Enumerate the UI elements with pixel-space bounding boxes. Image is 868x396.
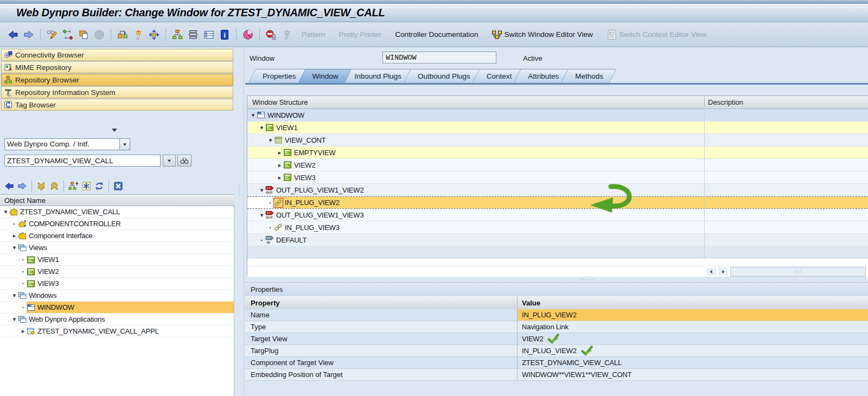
object-dropdown-button[interactable] <box>163 155 176 167</box>
object-tree-header: Object Name <box>0 194 234 206</box>
stack-icon[interactable] <box>187 28 200 41</box>
controller-documentation-button[interactable]: Controller Documentation <box>390 30 483 39</box>
hierarchy-up-icon[interactable] <box>67 180 79 192</box>
expander-open-icon[interactable] <box>258 212 265 219</box>
windows-folder-icon <box>18 291 27 300</box>
property-value-highlighted[interactable]: IN_PLUG_VIEW2 <box>517 309 868 321</box>
sidebar-item-repository-information-system[interactable]: Repository Information System <box>1 86 233 98</box>
collapse-all-icon[interactable] <box>35 180 47 192</box>
browser-toolbar <box>3 180 124 193</box>
table-view-icon[interactable] <box>202 28 215 41</box>
tree-row[interactable]: VIEW1 <box>0 254 234 266</box>
expander-closed-icon[interactable] <box>276 174 283 181</box>
close-browser-icon[interactable] <box>112 180 124 192</box>
tab-window[interactable]: Window <box>299 69 348 83</box>
expander-closed-icon[interactable] <box>11 232 18 239</box>
expander-open-icon[interactable] <box>11 292 18 299</box>
category-select[interactable]: Web Dynpro Comp. / Intf. <box>4 138 130 150</box>
property-row-name[interactable]: Name IN_PLUG_VIEW2 <box>245 309 868 321</box>
structure-row[interactable]: WINDWOW <box>247 109 868 122</box>
tab-inbound-plugs[interactable]: Inbound Plugs <box>342 69 411 83</box>
magic-wand-icon[interactable] <box>132 28 145 41</box>
expander-open-icon[interactable] <box>11 316 18 323</box>
structure-row[interactable]: VIEW_CONT <box>247 134 868 146</box>
property-row-target-view[interactable]: Target View VIEW2 <box>245 333 868 345</box>
property-row-type[interactable]: Type Navigation Link <box>245 321 868 333</box>
application-icon <box>27 327 35 336</box>
history-back-icon[interactable] <box>3 180 15 192</box>
structure-row[interactable]: OUT_PLUG_VIEW1_VIEW3 <box>247 209 868 221</box>
tree-row[interactable]: Web Dynpro Applications <box>0 314 234 325</box>
structure-row[interactable]: VIEW2 <box>247 159 868 171</box>
create-icon[interactable] <box>116 28 129 41</box>
scrollbar-thumb[interactable] <box>731 268 865 276</box>
expand-all-icon[interactable] <box>48 180 60 192</box>
panel-splitter[interactable] <box>244 47 244 396</box>
expander-open-icon[interactable] <box>267 137 274 144</box>
window-name-input[interactable] <box>382 52 496 63</box>
structure-row[interactable]: VIEW1 <box>247 122 868 134</box>
structure-row[interactable]: DEFAULT <box>247 234 868 246</box>
expander-open-icon[interactable] <box>258 124 265 131</box>
expander-closed-icon[interactable] <box>20 328 27 335</box>
tree-row[interactable]: ZTEST_DYNAMIC_VIEW_CALL_APPL <box>0 325 234 337</box>
scrollbar-track[interactable] <box>730 267 866 277</box>
copy-icon[interactable] <box>77 28 90 41</box>
sidebar-item-tag-browser[interactable]: Tag Browser <box>1 99 233 111</box>
expander-open-icon[interactable] <box>2 208 9 215</box>
forward-icon[interactable] <box>22 28 35 41</box>
tree-row[interactable]: COMPONENTCONTROLLER <box>0 218 234 230</box>
display-change-icon[interactable] <box>46 28 59 41</box>
refresh-status-icon[interactable] <box>61 28 74 41</box>
tree-row[interactable]: ZTEST_DYNAMIC_VIEW_CALL <box>0 206 234 218</box>
scroll-left-icon[interactable] <box>706 267 716 276</box>
structure-row[interactable]: EMPTYVIEW <box>247 146 868 159</box>
info-icon[interactable] <box>218 28 231 41</box>
scroll-right-icon[interactable] <box>718 267 728 276</box>
tree-row[interactable]: Views <box>0 242 234 254</box>
sidebar-item-repository-browser[interactable]: Repository Browser <box>1 74 233 86</box>
tree-row[interactable]: Component Interface <box>0 230 234 242</box>
tree-row-selected[interactable]: WINDWOW <box>0 302 234 314</box>
spiral-icon[interactable] <box>93 28 106 41</box>
tree-row[interactable]: VIEW2 <box>0 266 234 278</box>
favorites-icon[interactable] <box>80 180 92 192</box>
back-icon[interactable] <box>7 28 20 41</box>
structure-row[interactable]: OUT_PLUG_VIEW1_VIEW2 <box>247 184 868 196</box>
tab-methods[interactable]: Methods <box>562 69 613 83</box>
expander-closed-icon[interactable] <box>276 149 283 156</box>
sidebar-item-connectivity-browser[interactable]: Connectivity Browser <box>1 49 233 61</box>
tree-row[interactable]: Windows <box>0 290 234 302</box>
collapse-caret-icon[interactable] <box>112 129 117 132</box>
sidebar-item-mime-repository[interactable]: MIME Repository <box>1 61 233 73</box>
display-object-button[interactable] <box>177 155 192 167</box>
stop-check-icon[interactable] <box>265 28 278 41</box>
leaf-bullet-icon <box>20 303 27 311</box>
horizontal-scrollbar[interactable] <box>247 266 868 277</box>
connectivity-icon <box>4 50 12 59</box>
chevron-down-icon[interactable] <box>119 139 130 150</box>
tab-properties[interactable]: Properties <box>250 69 306 83</box>
hierarchy-icon[interactable] <box>171 28 184 41</box>
window-field-label: Window <box>250 54 275 62</box>
structure-row[interactable]: VIEW3 <box>247 171 868 184</box>
structure-row[interactable]: IN_PLUG_VIEW3 <box>247 221 868 234</box>
tree-row[interactable]: VIEW3 <box>0 278 234 290</box>
expander-open-icon[interactable] <box>11 244 18 251</box>
expander-closed-icon[interactable] <box>276 162 283 169</box>
tab-attributes[interactable]: Attributes <box>515 69 569 83</box>
history-forward-icon[interactable] <box>16 180 28 192</box>
switch-window-editor-view-button[interactable]: Switch Window Editor View <box>486 29 598 40</box>
property-row-embedding-position[interactable]: Embedding Position of Target WINDWOW**VI… <box>245 369 868 381</box>
structure-row-selected[interactable]: IN_PLUG_VIEW2 <box>247 196 868 209</box>
tab-outbound-plugs[interactable]: Outbound Plugs <box>405 69 480 83</box>
expander-open-icon[interactable] <box>258 187 265 194</box>
property-row-component-of-target-view[interactable]: Component of Target View ZTEST_DYNAMIC_V… <box>245 357 868 369</box>
sidebar-splitter-handle[interactable] <box>239 186 240 196</box>
refresh-tree-icon[interactable] <box>93 180 105 192</box>
property-row-targplug[interactable]: TargPlug IN_PLUG_VIEW2 <box>245 345 868 357</box>
performance-icon[interactable] <box>241 28 254 41</box>
object-name-input[interactable] <box>4 155 161 167</box>
move-icon[interactable] <box>148 28 161 41</box>
expander-open-icon[interactable] <box>250 112 257 119</box>
